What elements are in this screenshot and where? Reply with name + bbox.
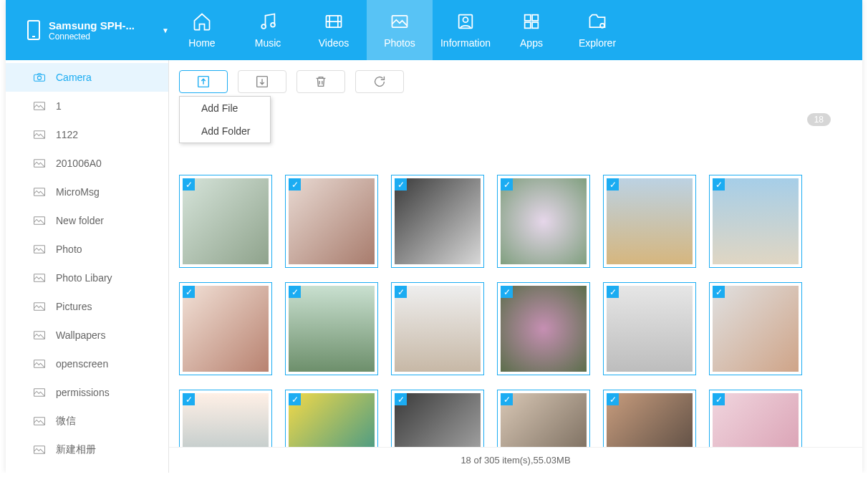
- sidebar-label: Photo Libary: [56, 272, 112, 284]
- sidebar-label: Wallpapers: [56, 329, 106, 341]
- image-icon: [33, 330, 46, 340]
- photo-thumb[interactable]: ✓: [179, 390, 272, 447]
- photo-thumb[interactable]: ✓: [603, 282, 696, 375]
- photo-thumb[interactable]: ✓: [709, 282, 802, 375]
- phone-icon: [27, 20, 40, 40]
- nav-label: Videos: [319, 37, 349, 49]
- sidebar-item[interactable]: Photo Libary: [6, 264, 168, 292]
- check-icon: ✓: [713, 178, 725, 191]
- image-icon: [33, 359, 46, 369]
- photo-thumb[interactable]: ✓: [497, 282, 590, 375]
- refresh-button[interactable]: [355, 70, 404, 93]
- sidebar-label: 新建相册: [56, 443, 96, 456]
- nav-information[interactable]: Information: [433, 0, 498, 60]
- nav-label: Apps: [520, 37, 543, 49]
- sidebar-item[interactable]: 微信: [6, 407, 168, 435]
- nav-videos[interactable]: Videos: [301, 0, 367, 60]
- photo-thumb[interactable]: ✓: [391, 175, 484, 268]
- device-info: Samsung SPH-... Connected: [49, 19, 148, 42]
- sidebar-label: Camera: [56, 72, 92, 83]
- sidebar-item-camera[interactable]: Camera: [6, 63, 168, 92]
- delete-button[interactable]: [296, 70, 345, 93]
- image-icon: [33, 416, 46, 426]
- photo-thumb[interactable]: ✓: [179, 282, 272, 375]
- device-name: Samsung SPH-...: [49, 19, 148, 32]
- image-icon: [33, 130, 46, 140]
- sidebar-item[interactable]: 新建相册: [6, 435, 168, 464]
- image-icon: [33, 187, 46, 197]
- check-icon: ✓: [289, 286, 301, 298]
- svg-rect-9: [532, 22, 538, 28]
- check-icon: ✓: [183, 393, 195, 405]
- svg-rect-11: [34, 74, 45, 81]
- nav-label: Photos: [384, 37, 415, 49]
- sidebar-item[interactable]: permissions: [6, 378, 168, 407]
- nav-music[interactable]: Music: [235, 0, 301, 60]
- nav-explorer[interactable]: Explorer: [564, 0, 630, 60]
- import-dropdown: Add File Add Folder: [179, 96, 271, 143]
- explorer-icon: [587, 11, 607, 32]
- photo-thumb[interactable]: ✓: [709, 175, 802, 268]
- sidebar-item[interactable]: openscreen: [6, 350, 168, 378]
- sidebar-item[interactable]: New folder: [6, 206, 168, 235]
- check-icon: ✓: [183, 178, 195, 191]
- home-icon: [192, 11, 212, 32]
- body: Camera 1 1122 201006A0 MicroMsg New fold…: [6, 60, 862, 473]
- information-icon: [455, 11, 476, 32]
- photo-thumb[interactable]: ✓: [603, 175, 696, 268]
- nav-apps[interactable]: Apps: [498, 0, 564, 60]
- device-status: Connected: [49, 32, 148, 42]
- photo-thumb[interactable]: ✓: [497, 390, 590, 447]
- svg-rect-7: [532, 15, 538, 21]
- photo-thumb[interactable]: ✓: [603, 390, 696, 447]
- sidebar-item[interactable]: MicroMsg: [6, 178, 168, 206]
- sidebar-label: 1: [56, 100, 62, 112]
- chevron-down-icon: ▼: [162, 26, 169, 34]
- sidebar-item[interactable]: Photo: [6, 235, 168, 264]
- add-folder-item[interactable]: Add Folder: [180, 120, 270, 143]
- check-icon: ✓: [607, 286, 619, 298]
- photo-thumb[interactable]: ✓: [709, 390, 802, 447]
- check-icon: ✓: [289, 393, 301, 405]
- photo-thumb[interactable]: ✓: [391, 390, 484, 447]
- sidebar-item[interactable]: 1122: [6, 120, 168, 149]
- sidebar-item[interactable]: Wallpapers: [6, 321, 168, 350]
- photo-thumb[interactable]: ✓: [391, 282, 484, 375]
- count-badge: 18: [807, 113, 831, 126]
- photos-icon: [390, 11, 410, 32]
- image-icon: [33, 273, 46, 283]
- import-button[interactable]: [179, 70, 228, 93]
- check-icon: ✓: [501, 286, 513, 298]
- check-icon: ✓: [395, 178, 407, 191]
- nav-home[interactable]: Home: [169, 0, 235, 60]
- check-icon: ✓: [607, 178, 619, 191]
- sidebar-item[interactable]: 201006A0: [6, 149, 168, 178]
- add-file-item[interactable]: Add File: [180, 97, 270, 120]
- photo-thumb[interactable]: ✓: [285, 175, 378, 268]
- svg-point-10: [600, 24, 604, 28]
- photo-thumb[interactable]: ✓: [497, 175, 590, 268]
- device-selector[interactable]: Samsung SPH-... Connected ▼: [6, 0, 169, 60]
- app-window: Samsung SPH-... Connected ▼ Home Music V…: [6, 0, 862, 473]
- check-icon: ✓: [289, 178, 301, 191]
- svg-rect-8: [525, 22, 531, 28]
- topbar: Samsung SPH-... Connected ▼ Home Music V…: [6, 0, 862, 60]
- svg-point-12: [37, 76, 41, 79]
- camera-icon: [33, 72, 46, 82]
- photo-thumb[interactable]: ✓: [285, 282, 378, 375]
- image-icon: [33, 445, 46, 455]
- image-icon: [33, 244, 46, 254]
- export-button[interactable]: [238, 70, 286, 93]
- nav-photos[interactable]: Photos: [367, 0, 433, 60]
- sidebar-item[interactable]: 1: [6, 92, 168, 120]
- sidebar-label: 201006A0: [56, 158, 102, 169]
- check-icon: ✓: [713, 393, 725, 405]
- svg-point-5: [463, 17, 468, 22]
- status-bar: 18 of 305 item(s),55.03MB: [169, 447, 862, 473]
- sidebar-label: New folder: [56, 215, 104, 226]
- image-icon: [33, 158, 46, 168]
- image-icon: [33, 302, 46, 312]
- photo-thumb[interactable]: ✓: [285, 390, 378, 447]
- sidebar-item[interactable]: Pictures: [6, 292, 168, 321]
- photo-thumb[interactable]: ✓: [179, 175, 272, 268]
